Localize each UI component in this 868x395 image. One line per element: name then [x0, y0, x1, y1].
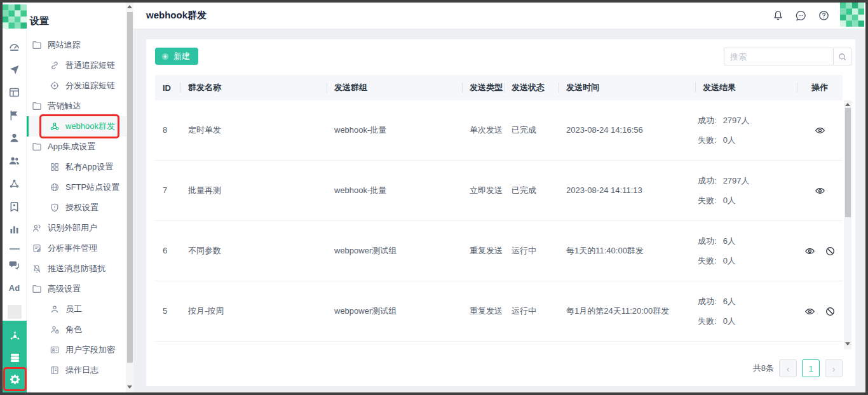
column-header: ID — [155, 75, 180, 100]
rail-item-blob — [8, 305, 22, 319]
total-count: 共8条 — [753, 363, 774, 374]
sidebar-item-5[interactable]: App集成设置 — [27, 137, 126, 157]
rail-item-cluster[interactable] — [8, 178, 20, 190]
cell-group: webpower测试组 — [327, 245, 462, 257]
rail-item-layout[interactable] — [8, 86, 20, 98]
sidebar-item-13[interactable]: 员工 — [27, 299, 126, 319]
cell-status: 运行中 — [504, 305, 559, 317]
table-header: ID 群发名称 发送群组 发送类型 发送状态 发送时间 发送结果 操作 — [155, 75, 843, 100]
rail-item-users-solid[interactable] — [8, 155, 20, 167]
cell-type: 单次发送 — [462, 124, 504, 136]
sidebar-item-0[interactable]: 网站追踪 — [27, 35, 126, 55]
sidebar-item-8[interactable]: 授权设置 — [27, 198, 126, 218]
sidebar-item-14[interactable]: 角色 — [27, 319, 126, 340]
plus-circle-icon — [161, 52, 170, 61]
sidebar-item-3[interactable]: 营销触达 — [27, 96, 126, 116]
rail-item-flag[interactable] — [8, 109, 20, 121]
next-page-button[interactable]: › — [825, 359, 843, 377]
rail-item-bars[interactable] — [8, 224, 20, 236]
view-icon[interactable] — [815, 185, 825, 196]
column-header: 发送结果 — [695, 75, 797, 100]
cell-actions — [797, 185, 843, 196]
rail-item-gear[interactable] — [9, 373, 21, 385]
table-scrollbar-thumb[interactable] — [845, 108, 851, 217]
rail-item-chats[interactable] — [8, 259, 20, 271]
rail-item-text[interactable]: Ad — [9, 282, 20, 294]
disable-icon[interactable] — [825, 306, 836, 317]
scroll-down-arrow-icon[interactable] — [845, 342, 850, 345]
table-row: 6 不同参数 webpower测试组 重复发送 运行中 每1天的11:40:00… — [155, 221, 843, 281]
sidebar-scrollbar[interactable] — [126, 3, 133, 392]
flag-icon — [8, 109, 20, 121]
cell-status: 已完成 — [504, 185, 559, 196]
gear-icon — [9, 373, 21, 385]
table-body: 8 定时单发 webhook-批量 单次发送 已完成 2023-08-24 14… — [155, 100, 843, 342]
appgrid-icon — [50, 162, 60, 172]
sidebar-item-6[interactable]: 私有App设置 — [27, 157, 126, 177]
page-number-button[interactable]: 1 — [802, 359, 820, 377]
content-card: 新建 ID 群发名称 发送群组 发送类型 发送状态 发送时间 发送结果 操作 8… — [146, 39, 855, 386]
cell-type: 立即发送 — [462, 185, 504, 196]
create-button[interactable]: 新建 — [155, 48, 198, 65]
search-button[interactable] — [833, 48, 851, 65]
search-input[interactable] — [724, 48, 833, 65]
folder-icon — [32, 142, 42, 152]
column-header: 操作 — [797, 75, 843, 100]
table-row: 8 定时单发 webhook-批量 单次发送 已完成 2023-08-24 14… — [155, 100, 843, 161]
bell-off-icon — [32, 264, 42, 274]
rail-bottom-section — [3, 321, 27, 392]
campaign-table: ID 群发名称 发送群组 发送类型 发送状态 发送时间 发送结果 操作 8 定时… — [155, 75, 843, 342]
view-icon[interactable] — [815, 125, 825, 136]
sidebar-item-9[interactable]: 识别外部用户 — [27, 218, 126, 238]
sidebar-item-12[interactable]: 高级设置 — [27, 279, 126, 299]
scroll-down-arrow-icon[interactable] — [127, 385, 132, 389]
cell-time: 2023-08-24 14:11:13 — [559, 185, 695, 196]
folder-icon — [32, 284, 42, 294]
view-icon[interactable] — [804, 306, 815, 317]
rail-item-send[interactable] — [8, 64, 20, 76]
scroll-up-arrow-icon[interactable] — [845, 103, 850, 106]
bell-icon[interactable] — [772, 10, 784, 22]
badge-icon — [8, 201, 20, 213]
doc-edit-icon — [32, 243, 42, 253]
cell-time: 每1天的11:40:00群发 — [559, 245, 695, 257]
page-title: webhook群发 — [146, 10, 207, 22]
bars-icon — [8, 224, 20, 236]
view-icon[interactable] — [804, 246, 815, 257]
sidebar-scrollbar-thumb[interactable] — [127, 12, 133, 363]
rail-item-stack[interactable] — [9, 352, 21, 364]
search-group — [724, 48, 851, 65]
cell-type: 重复发送 — [462, 245, 504, 257]
table-scrollbar[interactable] — [844, 100, 851, 349]
sidebar-item-11[interactable]: 推送消息防骚扰 — [27, 258, 126, 279]
user-icon — [50, 304, 60, 314]
cell-result: 成功:6人 失败:0人 — [695, 236, 797, 266]
rail-item-orbit[interactable] — [9, 330, 21, 342]
sidebar-item-10[interactable]: 分析事件管理 — [27, 238, 126, 258]
column-header: 发送状态 — [504, 75, 559, 100]
sidebar-item-16[interactable]: 操作日志 — [27, 360, 126, 380]
globe-icon — [50, 182, 60, 192]
rail-item-badge[interactable] — [8, 201, 20, 213]
app-icon-rail: Ad — [3, 3, 27, 392]
scroll-up-arrow-icon[interactable] — [127, 5, 132, 8]
rail-item-gauge[interactable] — [8, 41, 20, 53]
rail-divider — [10, 248, 20, 250]
help-icon[interactable] — [818, 10, 830, 22]
toolbar: 新建 — [155, 48, 851, 67]
sidebar-item-2[interactable]: 分发追踪短链 — [27, 76, 126, 96]
cell-time: 每1月的第24天11:20:00群发 — [559, 305, 695, 317]
sidebar-item-4[interactable]: webhook群发 — [27, 116, 126, 137]
disable-icon[interactable] — [825, 246, 836, 257]
sidebar-item-1[interactable]: 普通追踪短链 — [27, 55, 126, 76]
cell-status: 已完成 — [504, 124, 559, 136]
cell-name: 不同参数 — [180, 245, 327, 257]
folder-icon — [32, 101, 42, 111]
sidebar-item-7[interactable]: SFTP站点设置 — [27, 177, 126, 198]
shield-icon — [50, 203, 60, 213]
prev-page-button[interactable]: ‹ — [779, 359, 797, 377]
message-icon[interactable] — [795, 10, 807, 22]
rail-item-user-solid[interactable] — [8, 132, 20, 144]
sidebar-item-15[interactable]: 用户字段加密 — [27, 340, 126, 360]
user-avatar[interactable] — [840, 3, 864, 27]
